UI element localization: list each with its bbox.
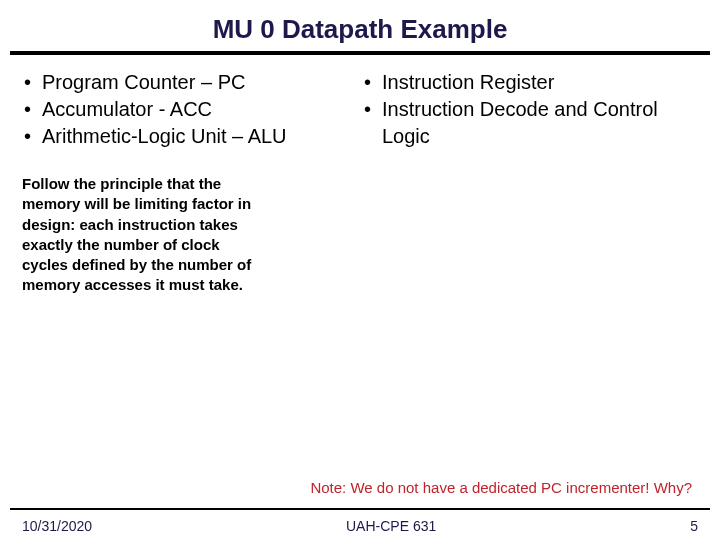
left-column: Program Counter – PC Accumulator - ACC A… — [20, 65, 360, 150]
footer: 10/31/2020 UAH-CPE 631 5 — [0, 518, 720, 534]
footer-date: 10/31/2020 — [22, 518, 92, 534]
right-bullet-list: Instruction Register Instruction Decode … — [360, 69, 700, 150]
slide-title: MU 0 Datapath Example — [0, 0, 720, 51]
right-column: Instruction Register Instruction Decode … — [360, 65, 700, 150]
left-bullet-list: Program Counter – PC Accumulator - ACC A… — [20, 69, 360, 150]
bullet-item: Arithmetic-Logic Unit – ALU — [20, 123, 360, 150]
bullet-item: Accumulator - ACC — [20, 96, 360, 123]
title-rule — [10, 51, 710, 55]
footer-center: UAH-CPE 631 — [92, 518, 690, 534]
bullet-item: Instruction Decode and Control Logic — [360, 96, 700, 150]
note-text: Note: We do not have a dedicated PC incr… — [310, 479, 692, 496]
slide: MU 0 Datapath Example Program Counter – … — [0, 0, 720, 540]
principle-text: Follow the principle that the memory wil… — [22, 174, 252, 296]
footer-rule — [10, 508, 710, 510]
footer-page: 5 — [690, 518, 698, 534]
bullet-item: Instruction Register — [360, 69, 700, 96]
content-columns: Program Counter – PC Accumulator - ACC A… — [0, 65, 720, 150]
bullet-item: Program Counter – PC — [20, 69, 360, 96]
